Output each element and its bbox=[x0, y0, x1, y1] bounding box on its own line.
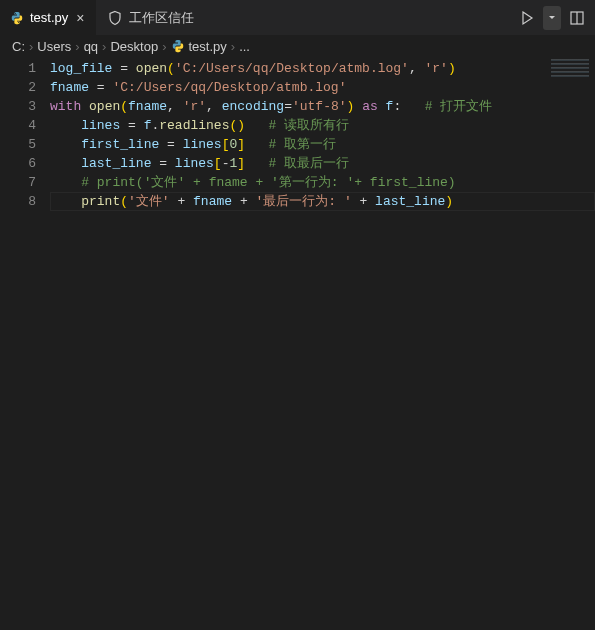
chevron-right-icon: › bbox=[29, 39, 33, 54]
line-number: 2 bbox=[0, 78, 36, 97]
breadcrumb-item[interactable]: C: bbox=[12, 39, 25, 54]
tab-filename: test.py bbox=[30, 10, 68, 25]
breadcrumb-item[interactable]: test.py bbox=[189, 39, 227, 54]
breadcrumb[interactable]: C:› Users› qq› Desktop› test.py› ... bbox=[0, 35, 595, 57]
line-number-gutter: 12345678 bbox=[0, 57, 50, 211]
workspace-trust-button[interactable]: 工作区信任 bbox=[97, 0, 204, 35]
line-number: 4 bbox=[0, 116, 36, 135]
line-number: 7 bbox=[0, 173, 36, 192]
code-line[interactable]: with open(fname, 'r', encoding='utf-8') … bbox=[50, 97, 595, 116]
breadcrumb-item[interactable]: Users bbox=[37, 39, 71, 54]
chevron-right-icon: › bbox=[102, 39, 106, 54]
breadcrumb-item[interactable]: qq bbox=[84, 39, 98, 54]
line-number: 3 bbox=[0, 97, 36, 116]
editor-actions bbox=[515, 0, 589, 35]
line-number: 6 bbox=[0, 154, 36, 173]
line-number: 5 bbox=[0, 135, 36, 154]
code-line[interactable]: lines = f.readlines() # 读取所有行 bbox=[50, 116, 595, 135]
line-number: 8 bbox=[0, 192, 36, 211]
chevron-right-icon: › bbox=[162, 39, 166, 54]
split-editor-button[interactable] bbox=[565, 6, 589, 30]
code-line[interactable]: log_file = open('C:/Users/qq/Desktop/atm… bbox=[50, 59, 595, 78]
code-line[interactable]: last_line = lines[-1] # 取最后一行 bbox=[50, 154, 595, 173]
shield-icon bbox=[107, 10, 123, 26]
python-icon bbox=[171, 39, 185, 53]
close-icon[interactable]: × bbox=[74, 9, 86, 27]
chevron-right-icon: › bbox=[75, 39, 79, 54]
code-content[interactable]: log_file = open('C:/Users/qq/Desktop/atm… bbox=[50, 57, 595, 211]
code-line[interactable]: fname = 'C:/Users/qq/Desktop/atmb.log' bbox=[50, 78, 595, 97]
run-button[interactable] bbox=[515, 6, 539, 30]
workspace-trust-label: 工作区信任 bbox=[129, 9, 194, 27]
code-line[interactable]: print('文件' + fname + '最后一行为: ' + last_li… bbox=[50, 192, 595, 211]
line-number: 1 bbox=[0, 59, 36, 78]
breadcrumb-item[interactable]: ... bbox=[239, 39, 250, 54]
python-icon bbox=[10, 11, 24, 25]
minimap[interactable] bbox=[551, 57, 589, 77]
run-dropdown[interactable] bbox=[543, 6, 561, 30]
tab-bar: test.py × 工作区信任 bbox=[0, 0, 595, 35]
code-line[interactable]: first_line = lines[0] # 取第一行 bbox=[50, 135, 595, 154]
code-editor[interactable]: 12345678 log_file = open('C:/Users/qq/De… bbox=[0, 57, 595, 211]
code-line[interactable]: # print('文件' + fname + '第一行为: '+ first_l… bbox=[50, 173, 595, 192]
breadcrumb-item[interactable]: Desktop bbox=[110, 39, 158, 54]
tab-active[interactable]: test.py × bbox=[0, 0, 97, 35]
chevron-right-icon: › bbox=[231, 39, 235, 54]
